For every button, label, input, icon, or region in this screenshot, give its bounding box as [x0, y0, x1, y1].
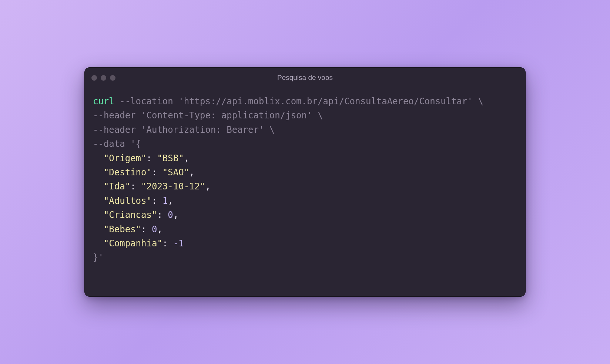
line-continuation: \: [269, 125, 275, 135]
traffic-lights: [91, 75, 115, 81]
command-token: curl: [93, 96, 114, 107]
flag-data: --data: [93, 139, 125, 149]
json-val-adultos: 1: [162, 196, 168, 206]
terminal-window: Pesquisa de voos curl --location 'https:…: [84, 67, 526, 297]
json-key-criancas: "Criancas": [104, 210, 157, 220]
close-icon[interactable]: [91, 75, 97, 81]
window-title: Pesquisa de voos: [85, 74, 525, 82]
json-val-ida: "2023-10-12": [141, 181, 205, 192]
json-val-bebes: 0: [152, 224, 157, 235]
titlebar: Pesquisa de voos: [85, 68, 525, 88]
header-content-type: 'Content-Type: application/json': [141, 110, 312, 121]
code-block[interactable]: curl --location 'https://api.moblix.com.…: [85, 88, 525, 296]
json-key-adultos: "Adultos": [104, 196, 152, 206]
json-val-destino: "SAO": [162, 167, 189, 178]
flag-header: --header: [93, 110, 136, 121]
flag-header: --header: [93, 125, 136, 135]
minimize-icon[interactable]: [101, 75, 106, 81]
json-val-criancas: 0: [168, 210, 173, 220]
json-val-companhia: -1: [173, 238, 184, 249]
json-key-ida: "Ida": [104, 181, 130, 192]
json-key-companhia: "Companhia": [104, 238, 162, 249]
header-authorization: 'Authorization: Bearer': [141, 125, 264, 135]
url-literal: 'https://api.moblix.com.br/api/ConsultaA…: [178, 96, 473, 107]
line-continuation: \: [478, 96, 483, 107]
maximize-icon[interactable]: [110, 75, 115, 81]
flag-location: --location: [120, 96, 173, 107]
json-key-origem: "Origem": [104, 153, 147, 164]
json-key-bebes: "Bebes": [104, 224, 141, 235]
json-key-destino: "Destino": [104, 167, 152, 178]
json-val-origem: "BSB": [157, 153, 184, 164]
data-open: '{: [130, 139, 141, 149]
data-close: }': [93, 252, 104, 263]
line-continuation: \: [318, 110, 323, 121]
